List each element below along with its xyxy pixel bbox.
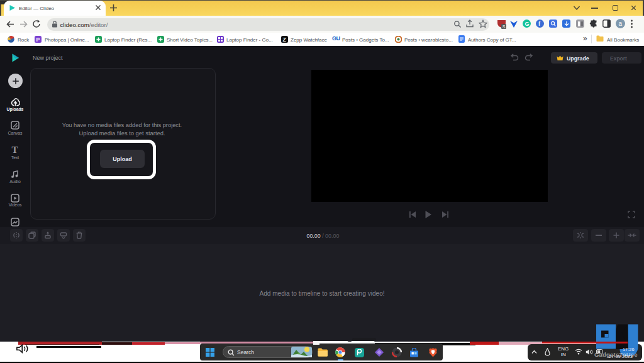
svg-text:S: S	[502, 25, 506, 29]
